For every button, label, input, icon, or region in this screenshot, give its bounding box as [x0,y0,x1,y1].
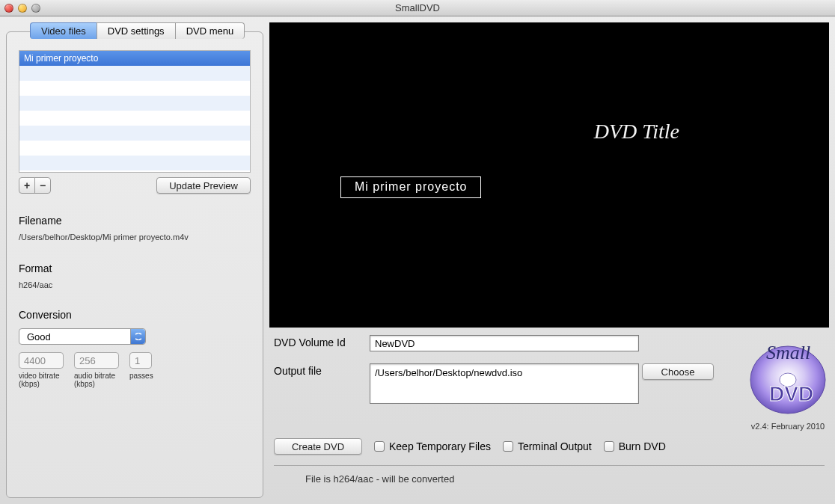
audio-bitrate-field [74,352,119,369]
update-preview-button[interactable]: Update Preview [156,177,251,194]
preview-menu-item[interactable]: Mi primer proyecto [340,176,481,198]
keep-temp-checkbox[interactable]: Keep Temporary Files [374,440,491,452]
titlebar: SmallDVD [0,0,835,16]
passes-field [129,352,152,369]
output-file-field[interactable]: /Users/belhor/Desktop/newdvd.iso [370,363,639,404]
choose-button[interactable]: Choose [642,363,714,380]
list-item[interactable] [19,156,250,170]
video-bitrate-label: video bitrate (kbps) [19,372,65,388]
tab-bar: Video files DVD settings DVD menu [30,22,263,39]
tab-video-files[interactable]: Video files [30,22,97,39]
window-title: SmallDVD [0,2,835,13]
checkbox-icon [604,441,614,452]
list-item[interactable] [19,126,250,141]
filename-value: /Users/belhor/Desktop/Mi primer proyecto… [19,233,251,242]
checkbox-icon [374,441,385,452]
version-label: v2.4: February 2010 [751,422,825,431]
app-window: SmallDVD Video files DVD settings DVD me… [0,0,835,504]
app-logo: Small DVD v2.4: February 2010 [717,335,829,431]
svg-text:Small: Small [766,342,810,363]
remove-button[interactable]: − [34,177,51,194]
status-text: File is h264/aac - will be converted [269,466,829,485]
burn-dvd-checkbox[interactable]: Burn DVD [604,440,666,452]
svg-text:DVD: DVD [769,382,813,405]
list-item[interactable] [19,66,250,81]
volume-id-field[interactable] [370,335,639,351]
list-item[interactable] [19,111,250,126]
zoom-button[interactable] [31,4,40,13]
format-label: Format [19,262,251,274]
list-item[interactable] [19,81,250,96]
volume-id-label: DVD Volume Id [274,335,370,348]
burn-dvd-label: Burn DVD [619,440,666,452]
terminal-output-checkbox[interactable]: Terminal Output [503,440,592,452]
filename-label: Filename [19,215,251,227]
output-file-label: Output file [274,363,370,377]
left-panel: Mi primer proyecto + − Update Preview [6,31,263,498]
audio-bitrate-label: audio bitrate (kbps) [74,372,120,388]
file-list[interactable]: Mi primer proyecto [19,50,251,173]
format-value: h264/aac [19,280,251,289]
keep-temp-label: Keep Temporary Files [389,440,491,452]
create-dvd-button[interactable]: Create DVD [274,438,362,455]
minimize-button[interactable] [18,4,27,13]
tab-dvd-menu[interactable]: DVD menu [175,22,245,39]
conversion-select[interactable]: Good [19,328,146,345]
dropdown-arrow-icon [130,329,145,344]
list-item[interactable] [19,141,250,156]
terminal-output-label: Terminal Output [518,440,592,452]
passes-label: passes [129,372,153,380]
dvd-preview: DVD Title Mi primer proyecto [269,22,829,328]
list-item[interactable]: Mi primer proyecto [19,51,250,66]
conversion-value: Good [27,331,51,342]
tab-dvd-settings[interactable]: DVD settings [97,22,176,39]
preview-title: DVD Title [594,120,679,144]
video-bitrate-field [19,352,64,369]
add-button[interactable]: + [19,177,35,194]
conversion-label: Conversion [19,309,251,321]
checkbox-icon [503,441,513,452]
close-button[interactable] [4,4,13,13]
list-item[interactable] [19,96,250,111]
